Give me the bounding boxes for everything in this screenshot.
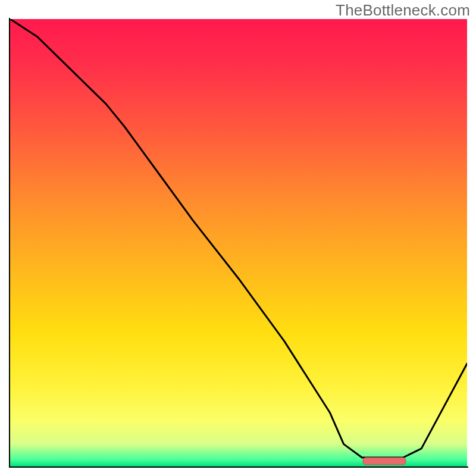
- gradient-background: [10, 19, 467, 466]
- chart-stage: TheBottleneck.com: [0, 0, 476, 476]
- gradient-rect: [10, 19, 467, 466]
- y-axis-line: [9, 18, 10, 468]
- x-axis-line: [9, 466, 468, 468]
- plot-area: [10, 19, 467, 466]
- watermark-text: TheBottleneck.com: [336, 1, 470, 20]
